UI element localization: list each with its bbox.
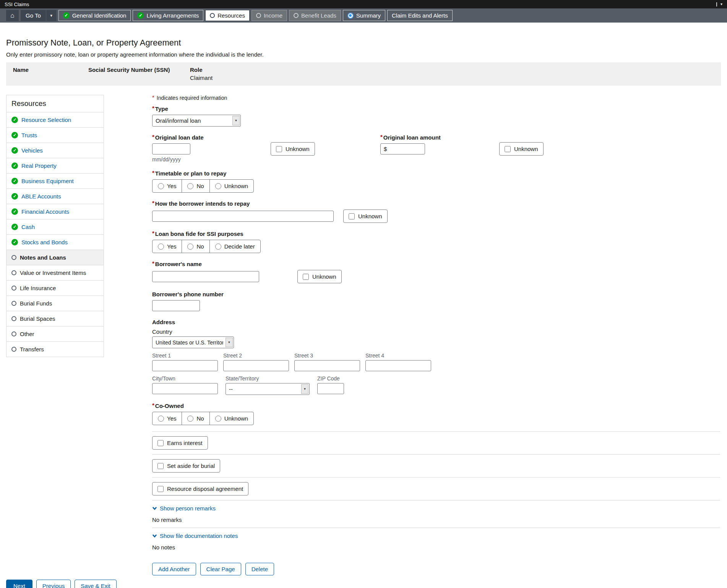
check-icon: ✓ bbox=[11, 224, 18, 230]
borrower-name-unknown-checkbox[interactable]: Unknown bbox=[297, 270, 342, 283]
zip-input[interactable] bbox=[317, 383, 344, 394]
borrower-name-field: * Borrower's name Unknown bbox=[152, 261, 720, 283]
timetable-yes-option[interactable]: Yes bbox=[153, 180, 182, 192]
tab-label: Claim Edits and Alerts bbox=[392, 12, 448, 19]
page-actions: Add Another Clear Page Delete bbox=[152, 563, 720, 575]
co-owned-no-radio[interactable] bbox=[187, 416, 193, 422]
add-another-button[interactable]: Add Another bbox=[152, 563, 196, 575]
loan-date-unknown-checkbox[interactable]: Unknown bbox=[271, 142, 315, 156]
bona-fide-decide-later-radio[interactable] bbox=[215, 244, 221, 250]
loan-amount-unknown-input[interactable] bbox=[505, 146, 511, 152]
bona-fide-yes-radio[interactable] bbox=[158, 244, 164, 250]
bona-fide-field: * Loan bona fide for SSI purposes Yes No… bbox=[152, 231, 720, 253]
bona-fide-no-option[interactable]: No bbox=[182, 240, 209, 253]
street-4-input[interactable] bbox=[365, 360, 431, 371]
show-person-remarks-toggle[interactable]: Show person remarks bbox=[152, 505, 216, 512]
timetable-no-option[interactable]: No bbox=[182, 180, 209, 192]
sidebar-item-label: Life Insurance bbox=[20, 285, 56, 291]
earns-interest-checkbox[interactable]: Earns interest bbox=[152, 436, 208, 450]
sidebar-item-stocks-and-bonds[interactable]: ✓ Stocks and Bonds bbox=[6, 234, 104, 250]
clear-page-button[interactable]: Clear Page bbox=[200, 563, 241, 575]
co-owned-unknown-option[interactable]: Unknown bbox=[209, 412, 254, 425]
co-owned-yes-option[interactable]: Yes bbox=[153, 412, 182, 425]
person-remarks-empty: No remarks bbox=[152, 517, 720, 523]
sidebar-item-vehicles[interactable]: ✓ Vehicles bbox=[6, 143, 104, 158]
sidebar-item-cash[interactable]: ✓ Cash bbox=[6, 219, 104, 234]
city-input[interactable] bbox=[152, 383, 218, 394]
borrower-name-input[interactable] bbox=[152, 271, 259, 282]
country-select[interactable]: United States or U.S. Territory bbox=[153, 337, 234, 348]
type-select[interactable]: Oral/informal loan bbox=[153, 115, 240, 126]
show-file-notes-toggle[interactable]: Show file documentation notes bbox=[152, 533, 238, 539]
tab-label: Living Arrangements bbox=[146, 12, 199, 19]
sidebar-item-resource-selection[interactable]: ✓ Resource Selection bbox=[6, 112, 104, 127]
file-notes-empty: No notes bbox=[152, 544, 720, 551]
tab-claim-edits-and-alerts[interactable]: Claim Edits and Alerts bbox=[387, 10, 453, 21]
co-owned-no-option[interactable]: No bbox=[182, 412, 209, 425]
bona-fide-yes-option[interactable]: Yes bbox=[153, 240, 182, 253]
timetable-yes-radio[interactable] bbox=[158, 183, 164, 189]
resource-disposal-checkbox[interactable]: Resource disposal agreement bbox=[152, 482, 248, 495]
required-asterisk: * bbox=[380, 134, 383, 140]
repay-method-input[interactable] bbox=[152, 211, 334, 222]
street-2-input[interactable] bbox=[223, 360, 289, 371]
set-aside-burial-checkbox[interactable]: Set aside for burial bbox=[152, 459, 220, 473]
timetable-no-radio[interactable] bbox=[187, 183, 193, 189]
person-summary-strip: Name Social Security Number (SSN) Role C… bbox=[6, 62, 721, 86]
original-loan-amount-input[interactable] bbox=[389, 146, 422, 152]
resource-disposal-input[interactable] bbox=[157, 486, 164, 492]
sidebar-item-business-equipment[interactable]: ✓ Business Equipment bbox=[6, 173, 104, 188]
borrower-name-unknown-input[interactable] bbox=[303, 274, 309, 280]
save-exit-button[interactable]: Save & Exit bbox=[75, 580, 117, 588]
next-button[interactable]: Next bbox=[6, 580, 32, 588]
co-owned-yes-radio[interactable] bbox=[158, 416, 164, 422]
tab-resources[interactable]: Resources bbox=[205, 10, 250, 21]
borrower-phone-input[interactable] bbox=[152, 300, 200, 311]
tab-summary[interactable]: Summary bbox=[343, 10, 385, 21]
street-3-input[interactable] bbox=[294, 360, 360, 371]
sidebar-item-label: Transfers bbox=[20, 346, 44, 352]
tab-living-arrangements[interactable]: ✓ Living Arrangements bbox=[133, 10, 203, 21]
sidebar-item-able-accounts[interactable]: ✓ ABLE Accounts bbox=[6, 188, 104, 204]
loan-date-amount-row: * Original loan date mm/dd/yyyy Unknown … bbox=[152, 134, 720, 162]
circle-icon bbox=[11, 347, 16, 352]
previous-button[interactable]: Previous bbox=[36, 580, 71, 588]
tab-label: Resources bbox=[217, 12, 245, 19]
original-loan-date-input[interactable] bbox=[152, 143, 190, 154]
home-button[interactable]: ⌂ bbox=[6, 10, 19, 21]
sidebar-item-notes-and-loans[interactable]: Notes and Loans bbox=[6, 250, 104, 265]
loan-amount-unknown-checkbox[interactable]: Unknown bbox=[499, 142, 544, 156]
state-select-wrap: -- ▼ bbox=[226, 383, 310, 395]
street-1-input[interactable] bbox=[152, 360, 218, 371]
menu-caret-icon[interactable]: ▾ bbox=[721, 2, 722, 6]
chevron-down-icon bbox=[152, 533, 157, 538]
sidebar-item-label: Business Equipment bbox=[21, 178, 74, 184]
bona-fide-radio-group: Yes No Decide later bbox=[152, 240, 261, 253]
tab-general-identification[interactable]: ✓ General Identification bbox=[58, 10, 131, 21]
sidebar-item-transfers: Transfers bbox=[6, 341, 104, 357]
bona-fide-decide-later-option[interactable]: Decide later bbox=[209, 240, 260, 253]
sidebar-item-trusts[interactable]: ✓ Trusts bbox=[6, 127, 104, 143]
repay-unknown-input[interactable] bbox=[349, 213, 355, 219]
required-asterisk: * bbox=[152, 402, 154, 408]
repay-unknown-checkbox[interactable]: Unknown bbox=[343, 210, 388, 223]
state-select[interactable]: -- bbox=[226, 383, 309, 395]
earns-interest-input[interactable] bbox=[157, 440, 164, 446]
bona-fide-no-radio[interactable] bbox=[187, 244, 193, 250]
app-title: SSI Claims bbox=[5, 2, 29, 7]
timetable-unknown-option[interactable]: Unknown bbox=[209, 180, 254, 192]
country-label: Country bbox=[152, 328, 720, 335]
timetable-unknown-radio[interactable] bbox=[215, 183, 221, 189]
tab-label: General Identification bbox=[72, 12, 127, 19]
co-owned-unknown-radio[interactable] bbox=[215, 416, 221, 422]
sidebar-item-financial-accounts[interactable]: ✓ Financial Accounts bbox=[6, 204, 104, 219]
circle-icon bbox=[11, 301, 16, 306]
delete-button[interactable]: Delete bbox=[245, 563, 274, 575]
person-name-column: Name bbox=[13, 67, 88, 81]
circle-icon bbox=[256, 13, 261, 18]
chevron-down-icon bbox=[152, 506, 157, 511]
goto-dropdown[interactable]: Go To ▼ bbox=[21, 10, 57, 21]
loan-date-unknown-input[interactable] bbox=[276, 146, 282, 152]
sidebar-item-real-property[interactable]: ✓ Real Property bbox=[6, 158, 104, 173]
set-aside-burial-input[interactable] bbox=[157, 463, 164, 469]
